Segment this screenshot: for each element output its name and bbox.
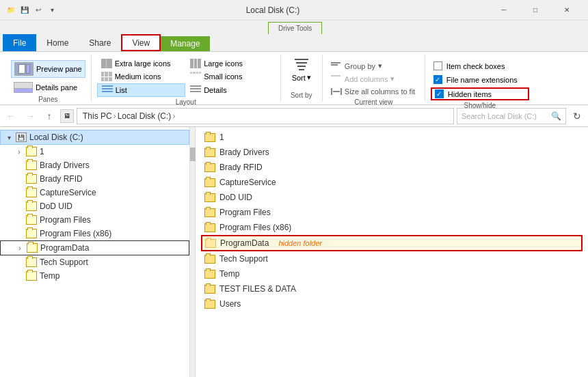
preview-pane-icon bbox=[14, 62, 34, 76]
tree-expand-program-files-x86[interactable] bbox=[14, 228, 25, 239]
tab-file[interactable]: File bbox=[3, 34, 36, 51]
folder-icon-1 bbox=[204, 133, 215, 142]
file-item-program-files[interactable]: Program Files bbox=[201, 205, 583, 220]
tree-expand-brady-rfid[interactable] bbox=[14, 173, 25, 184]
file-label-programdata: ProgramData bbox=[220, 238, 269, 248]
folder-tech-support-icon bbox=[26, 257, 37, 267]
dropdown-icon[interactable]: ▾ bbox=[46, 5, 57, 16]
file-item-tech-support[interactable]: Tech Support bbox=[201, 251, 583, 266]
tree-expand-tech-support[interactable] bbox=[14, 257, 25, 268]
tree-label-captureservice: CaptureService bbox=[40, 188, 96, 197]
file-item-temp[interactable]: Temp bbox=[201, 266, 583, 281]
details-button[interactable]: Details bbox=[186, 83, 275, 97]
folder-temp-icon bbox=[26, 271, 37, 281]
tab-view[interactable]: View bbox=[121, 34, 161, 51]
details-pane-icon bbox=[14, 82, 33, 93]
tree-panel: ▾ 💾 Local Disk (C:) › 1 Brady Drivers Br… bbox=[0, 127, 190, 377]
group-by-icon bbox=[331, 62, 342, 70]
ribbon-group-layout: Extra large icons Large icons Medium ico… bbox=[92, 55, 281, 102]
file-item-captureservice[interactable]: CaptureService bbox=[201, 175, 583, 190]
path-this-pc[interactable]: This PC bbox=[83, 111, 112, 121]
add-columns-icon bbox=[331, 75, 342, 83]
tree-expand-1[interactable]: › bbox=[14, 146, 25, 157]
file-item-users[interactable]: Users bbox=[201, 296, 583, 311]
file-item-1[interactable]: 1 bbox=[201, 130, 583, 145]
address-path[interactable]: This PC › Local Disk (C:) › bbox=[77, 108, 454, 124]
tree-item-1[interactable]: › 1 bbox=[0, 145, 189, 158]
file-item-brady-drivers[interactable]: Brady Drivers bbox=[201, 145, 583, 160]
item-checkboxes-checkbox[interactable] bbox=[433, 61, 442, 70]
tab-share[interactable]: Share bbox=[79, 34, 121, 51]
tree-item-temp[interactable]: Temp bbox=[0, 269, 189, 283]
extra-large-icons-button[interactable]: Extra large icons bbox=[97, 57, 186, 70]
tab-manage[interactable]: Manage bbox=[161, 36, 209, 51]
medium-icons-icon bbox=[101, 72, 112, 81]
tree-expand-captureservice[interactable] bbox=[14, 187, 25, 198]
tab-home[interactable]: Home bbox=[36, 34, 79, 51]
tree-item-tech-support[interactable]: Tech Support bbox=[0, 255, 189, 269]
list-button[interactable]: List bbox=[97, 83, 186, 97]
tree-expand-temp[interactable] bbox=[14, 270, 25, 281]
file-item-program-files-x86[interactable]: Program Files (x86) bbox=[201, 220, 583, 235]
file-item-programdata[interactable]: ProgramData hidden folder bbox=[201, 235, 583, 251]
extra-large-icons-icon bbox=[101, 59, 112, 68]
file-item-test-files[interactable]: TEST FILES & DATA bbox=[201, 281, 583, 296]
file-name-extensions-checkbox[interactable]: ✓ bbox=[433, 75, 442, 84]
up-button[interactable]: ↑ bbox=[41, 108, 57, 124]
large-icons-button[interactable]: Large icons bbox=[186, 57, 275, 70]
tree-expand-brady-drivers[interactable] bbox=[14, 160, 25, 171]
medium-icons-button[interactable]: Medium icons bbox=[97, 70, 186, 83]
drive-tools-sub-row: Drive Tools bbox=[0, 20, 588, 34]
hidden-items-toggle[interactable]: ✓ Hidden items bbox=[431, 87, 529, 100]
search-box[interactable]: Search Local Disk (C:) 🔍 bbox=[457, 108, 566, 124]
tree-item-programdata[interactable]: › ProgramData bbox=[0, 240, 189, 255]
tree-expand-root[interactable]: ▾ bbox=[3, 132, 14, 143]
tree-item-captureservice[interactable]: CaptureService bbox=[0, 186, 189, 199]
tree-label-brady-rfid: Brady RFID bbox=[40, 174, 83, 184]
layout-options: Extra large icons Large icons Medium ico… bbox=[97, 57, 275, 97]
tree-expand-program-files[interactable] bbox=[14, 214, 25, 225]
file-name-extensions-toggle[interactable]: ✓ File name extensions bbox=[431, 74, 529, 85]
small-icons-button[interactable]: Small icons bbox=[186, 70, 275, 83]
add-columns-button[interactable]: Add columns ▾ bbox=[328, 73, 419, 85]
tree-scrollbar-thumb[interactable] bbox=[190, 148, 196, 161]
refresh-button[interactable]: ↻ bbox=[569, 108, 585, 124]
maximize-button[interactable]: □ bbox=[520, 0, 551, 20]
group-by-button[interactable]: Group by ▾ bbox=[328, 60, 419, 72]
tree-label-dod-uid: DoD UID bbox=[40, 201, 72, 211]
file-panel: 1 Brady Drivers Brady RFID CaptureServic… bbox=[196, 127, 588, 377]
tree-expand-programdata[interactable]: › bbox=[14, 242, 25, 253]
tree-item-program-files[interactable]: Program Files bbox=[0, 213, 189, 227]
pc-icon: 🖥 bbox=[60, 109, 74, 123]
tree-item-brady-drivers[interactable]: Brady Drivers bbox=[0, 158, 189, 172]
size-all-columns-button[interactable]: Size all columns to fit bbox=[328, 86, 419, 97]
tree-label-program-files-x86: Program Files (x86) bbox=[40, 229, 111, 238]
tree-expand-dod-uid[interactable] bbox=[14, 201, 25, 212]
close-button[interactable]: ✕ bbox=[551, 0, 583, 20]
tree-item-program-files-x86[interactable]: Program Files (x86) bbox=[0, 227, 189, 240]
tree-scrollbar[interactable] bbox=[190, 127, 196, 377]
sort-by-button[interactable]: Sort ▾ bbox=[286, 57, 317, 83]
file-item-dod-uid[interactable]: DoD UID bbox=[201, 190, 583, 205]
ribbon-group-current-view: Group by ▾ Add columns ▾ Size all column… bbox=[323, 55, 425, 102]
panes-group-label: Panes bbox=[11, 94, 85, 103]
tree-root-local-disk[interactable]: ▾ 💾 Local Disk (C:) bbox=[0, 130, 189, 145]
minimize-button[interactable]: ─ bbox=[488, 0, 520, 20]
back-button[interactable]: ← bbox=[3, 108, 19, 124]
path-local-disk[interactable]: Local Disk (C:) bbox=[118, 111, 172, 121]
folder-icon-users bbox=[204, 300, 215, 309]
details-pane-button[interactable]: Details pane bbox=[11, 81, 85, 94]
folder-dod-uid-icon bbox=[26, 201, 37, 211]
file-label-tech-support: Tech Support bbox=[219, 254, 268, 264]
item-checkboxes-toggle[interactable]: Item check boxes bbox=[431, 60, 529, 72]
preview-pane-button[interactable]: Preview pane bbox=[11, 60, 85, 78]
window-controls[interactable]: ─ □ ✕ bbox=[488, 0, 583, 20]
save-icon: 💾 bbox=[19, 5, 30, 16]
forward-button[interactable]: → bbox=[22, 108, 38, 124]
tree-item-brady-rfid[interactable]: Brady RFID bbox=[0, 172, 189, 186]
file-item-brady-rfid[interactable]: Brady RFID bbox=[201, 160, 583, 175]
tree-item-dod-uid[interactable]: DoD UID bbox=[0, 199, 189, 213]
folder-brady-drivers-icon bbox=[26, 160, 37, 170]
size-columns-icon bbox=[331, 87, 342, 96]
hidden-items-checkbox[interactable]: ✓ bbox=[435, 89, 444, 98]
